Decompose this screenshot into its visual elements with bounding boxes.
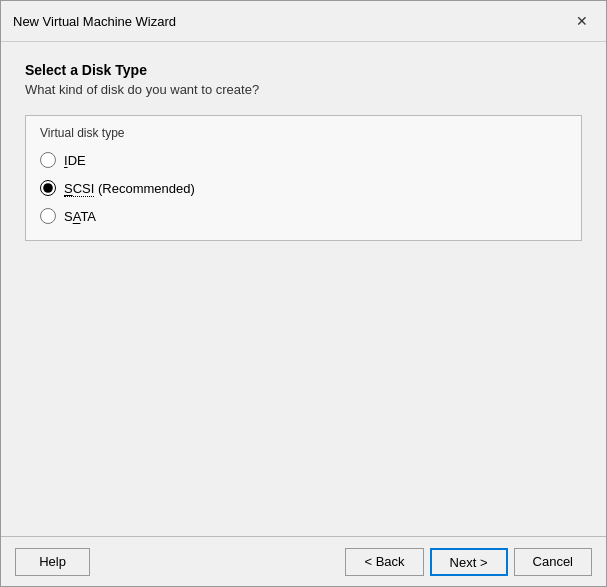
footer-right: < Back Next > Cancel	[345, 548, 592, 576]
window-title: New Virtual Machine Wizard	[13, 14, 176, 29]
content-area: Select a Disk Type What kind of disk do …	[1, 42, 606, 536]
radio-label-scsi: SCSI (Recommended)	[64, 181, 195, 196]
footer: Help < Back Next > Cancel	[1, 536, 606, 586]
group-label: Virtual disk type	[40, 126, 567, 140]
radio-ide[interactable]	[40, 152, 56, 168]
footer-left: Help	[15, 548, 345, 576]
radio-scsi[interactable]	[40, 180, 56, 196]
spacer	[25, 241, 582, 516]
radio-sata[interactable]	[40, 208, 56, 224]
close-button[interactable]: ✕	[570, 9, 594, 33]
radio-item-ide[interactable]: IDE	[40, 152, 567, 168]
help-button[interactable]: Help	[15, 548, 90, 576]
radio-label-ide: IDE	[64, 153, 86, 168]
wizard-window: New Virtual Machine Wizard ✕ Select a Di…	[0, 0, 607, 587]
next-button[interactable]: Next >	[430, 548, 508, 576]
page-title: Select a Disk Type	[25, 62, 582, 78]
disk-type-group: Virtual disk type IDE SCSI (Recommended)	[25, 115, 582, 241]
back-button[interactable]: < Back	[345, 548, 423, 576]
radio-item-scsi[interactable]: SCSI (Recommended)	[40, 180, 567, 196]
radio-item-sata[interactable]: SATA	[40, 208, 567, 224]
title-bar: New Virtual Machine Wizard ✕	[1, 1, 606, 42]
page-subtitle: What kind of disk do you want to create?	[25, 82, 582, 97]
cancel-button[interactable]: Cancel	[514, 548, 592, 576]
radio-label-sata: SATA	[64, 209, 96, 224]
